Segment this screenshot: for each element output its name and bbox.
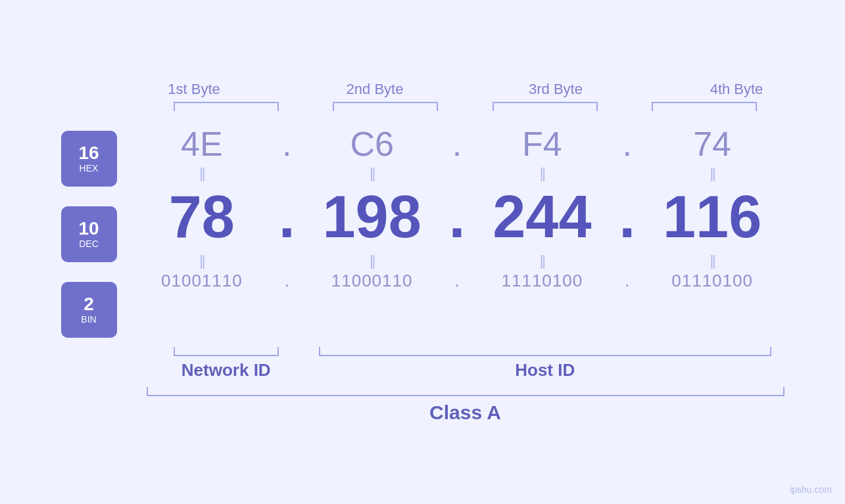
- bracket-col-1: [147, 102, 306, 111]
- dec-byte-4: 116: [640, 183, 785, 251]
- bin-dot-2: .: [444, 271, 470, 291]
- rows-container: 4E . C6 . F4 . 74 || || || || 78: [130, 124, 785, 344]
- bin-badge: 2 BIN: [61, 282, 117, 338]
- hex-byte-2: C6: [300, 124, 444, 164]
- bin-number: 2: [84, 294, 94, 315]
- bin-dot-3: .: [614, 271, 640, 291]
- bracket-col-4: [625, 102, 785, 111]
- bin-byte-1: 01001110: [130, 271, 274, 291]
- hex-row: 4E . C6 . F4 . 74: [130, 124, 785, 164]
- bottom-section: Network ID Host ID: [147, 347, 785, 380]
- host-id-label: Host ID: [306, 360, 785, 380]
- bracket-col-3: [466, 102, 625, 111]
- hex-badge: 16 HEX: [61, 131, 117, 187]
- dec-number: 10: [78, 219, 99, 239]
- equal-1: ||: [130, 165, 274, 182]
- hex-byte-4: 74: [640, 124, 785, 164]
- dec-byte-1: 78: [130, 183, 274, 251]
- equal-4: ||: [640, 165, 785, 182]
- equal-row-1: || || || ||: [130, 164, 785, 183]
- content-area: 16 HEX 10 DEC 2 BIN 4E . C6 . F4 . 74: [61, 124, 785, 344]
- byte-header-2: 2nd Byte: [285, 81, 466, 102]
- bin-byte-3: 11110100: [470, 271, 614, 291]
- equal-2: ||: [300, 165, 444, 182]
- equal-3: ||: [470, 165, 614, 182]
- base-labels: 16 HEX 10 DEC 2 BIN: [61, 124, 117, 344]
- hex-byte-3: F4: [470, 124, 614, 164]
- hex-dot-3: .: [614, 124, 640, 164]
- bin-byte-4: 01110100: [640, 271, 785, 291]
- bin-row: 01001110 . 11000110 . 11110100 . 0111010…: [130, 271, 785, 291]
- bracket-top-3: [493, 102, 598, 111]
- bracket-top-1: [174, 102, 279, 111]
- dec-row: 78 . 198 . 244 . 116: [130, 183, 785, 251]
- class-bracket-line: [147, 387, 785, 396]
- class-label: Class A: [147, 401, 785, 424]
- network-id-label: Network ID: [147, 360, 306, 380]
- bracket-col-2: [306, 102, 466, 111]
- network-bracket-wrap: [147, 347, 306, 356]
- id-labels-row: Network ID Host ID: [147, 360, 785, 380]
- bin-dot-1: .: [274, 271, 300, 291]
- hex-number: 16: [78, 143, 99, 164]
- bracket-top-4: [652, 102, 757, 111]
- dec-byte-3: 244: [470, 183, 614, 251]
- equal-row-2: || || || ||: [130, 251, 785, 271]
- dec-name: DEC: [79, 239, 99, 249]
- top-brackets: [147, 102, 785, 111]
- byte-header-3: 3rd Byte: [466, 81, 646, 102]
- dec-dot-1: .: [274, 183, 300, 251]
- main-container: 1st Byte 2nd Byte 3rd Byte 4th Byte 16 H…: [61, 81, 785, 424]
- watermark: ipshu.com: [790, 484, 832, 495]
- dec-badge: 10 DEC: [61, 206, 117, 262]
- bracket-bottom-host: [319, 347, 771, 356]
- hex-dot-1: .: [274, 124, 300, 164]
- bin-name: BIN: [81, 314, 96, 325]
- dec-byte-2: 198: [300, 183, 444, 251]
- class-section: Class A: [147, 387, 785, 424]
- bin-byte-2: 11000110: [300, 271, 444, 291]
- byte-headers: 1st Byte 2nd Byte 3rd Byte 4th Byte: [104, 81, 827, 102]
- host-bracket-wrap: [306, 347, 785, 356]
- equal-5: ||: [130, 252, 274, 269]
- bottom-brackets-row: [147, 347, 785, 356]
- bracket-top-2: [333, 102, 438, 111]
- dec-dot-3: .: [614, 183, 640, 251]
- dec-dot-2: .: [444, 183, 470, 251]
- equal-6: ||: [300, 252, 444, 269]
- hex-byte-1: 4E: [130, 124, 274, 164]
- equal-7: ||: [470, 252, 614, 269]
- byte-header-1: 1st Byte: [104, 81, 285, 102]
- bracket-bottom-network: [174, 347, 279, 356]
- equal-8: ||: [640, 252, 785, 269]
- byte-header-4: 4th Byte: [646, 81, 827, 102]
- hex-dot-2: .: [444, 124, 470, 164]
- hex-name: HEX: [80, 163, 99, 173]
